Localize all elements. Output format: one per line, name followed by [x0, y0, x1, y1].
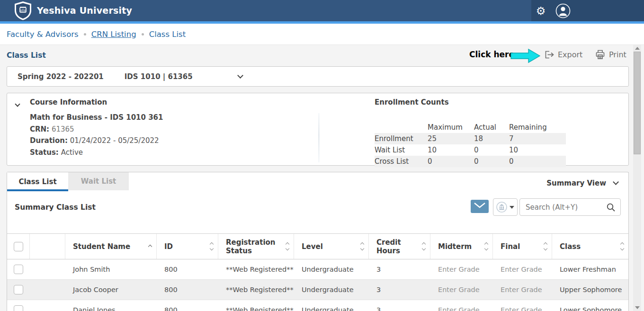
class-cell: Upper Sophomore: [552, 280, 628, 300]
sort-icon: [210, 243, 213, 250]
select-row-checkbox[interactable]: [14, 265, 23, 274]
view-selector-dropdown[interactable]: Summary View: [546, 179, 618, 187]
id-cell: 800: [157, 259, 218, 279]
course-details: Math for Business - IDS 1010 361 CRN: 61…: [30, 112, 163, 158]
term-value: Spring 2022 - 202201: [18, 72, 104, 81]
print-icon: [595, 49, 606, 60]
select-all-checkbox[interactable]: [14, 242, 23, 251]
column-id[interactable]: ID: [157, 234, 218, 259]
column-registration-status[interactable]: Registration Status: [218, 234, 294, 259]
bank-icon: [496, 202, 507, 213]
status-value: Active: [61, 148, 83, 157]
app-header: Yeshiva University ⚙: [0, 0, 644, 21]
column-midterm[interactable]: Midterm: [430, 234, 493, 259]
class-list-table: Student Name ID Registration Status Leve…: [7, 233, 628, 311]
credit-hours-cell: 3: [369, 259, 430, 279]
enrollment-counts-table: Maximum Actual Remaining Enrollment 25 1…: [375, 122, 566, 167]
breadcrumb-separator-icon: [84, 33, 86, 36]
scroll-down-arrow-icon[interactable]: [633, 304, 641, 311]
wait-list-row: Wait List 10 0 10: [375, 144, 566, 156]
credit-hours-cell: 3: [369, 300, 430, 311]
course-value: IDS 1010 | 61365: [125, 72, 193, 81]
class-list-panel: Class List Wait List Summary View Summar…: [7, 172, 629, 311]
user-profile-icon[interactable]: [554, 0, 572, 21]
cohort-filter-dropdown[interactable]: [493, 198, 518, 216]
settings-gear-icon[interactable]: ⚙: [533, 0, 548, 21]
status-label: Status:: [30, 148, 59, 157]
column-student-name[interactable]: Student Name: [65, 234, 157, 259]
photo-cell: [30, 259, 65, 279]
student-name-cell: Jacob Cooper: [65, 280, 157, 300]
select-row-checkbox[interactable]: [14, 305, 23, 311]
course-title: Math for Business - IDS 1010 361: [30, 113, 163, 122]
sort-ascending-icon: [149, 245, 152, 248]
select-row-checkbox[interactable]: [14, 285, 23, 294]
final-grade-cell[interactable]: Enter Grade: [493, 280, 552, 300]
export-button[interactable]: Export: [544, 49, 582, 60]
tab-wait-list[interactable]: Wait List: [68, 172, 129, 190]
tab-class-list[interactable]: Class List: [7, 172, 68, 191]
midterm-grade-cell[interactable]: Enter Grade: [430, 300, 493, 311]
chevron-down-icon: [15, 101, 20, 107]
scroll-up-arrow-icon[interactable]: [633, 45, 641, 52]
level-cell: Undergraduate: [294, 300, 369, 311]
envelope-icon: [474, 202, 486, 211]
caret-down-icon: [510, 206, 514, 209]
column-final[interactable]: Final: [493, 234, 552, 259]
export-icon: [544, 49, 555, 60]
duration-label: Duration:: [30, 136, 68, 145]
search-field[interactable]: [519, 198, 621, 216]
class-cell: Lower Freshman: [552, 259, 628, 279]
enrollment-counts-panel: Enrollment Counts Maximum Actual Remaini…: [375, 98, 566, 167]
chevron-down-icon: [613, 179, 619, 185]
vertical-scrollbar[interactable]: [633, 45, 641, 311]
registration-status-cell: **Web Registered**: [218, 259, 294, 279]
print-button[interactable]: Print: [595, 49, 626, 60]
crn-value: 61365: [52, 125, 74, 133]
registration-status-cell: **Web Registered**: [218, 280, 294, 300]
final-grade-cell[interactable]: Enter Grade: [493, 300, 552, 311]
column-class[interactable]: Class: [552, 234, 628, 259]
sort-icon: [621, 243, 624, 250]
level-cell: Undergraduate: [294, 280, 369, 300]
table-row: John Smith 800 **Web Registered** Underg…: [7, 259, 628, 280]
summary-class-list-title: Summary Class List: [15, 203, 96, 212]
breadcrumb-crn-listing[interactable]: CRN Listing: [91, 30, 136, 39]
breadcrumb: Faculty & Advisors CRN Listing Class Lis…: [0, 24, 644, 45]
photo-cell: [30, 280, 65, 300]
duration-value: 01/24/2022 - 05/25/2022: [70, 136, 159, 145]
collapse-section-button[interactable]: [16, 99, 19, 108]
final-grade-cell[interactable]: Enter Grade: [493, 259, 552, 279]
scrollbar-thumb[interactable]: [634, 52, 641, 154]
university-logo-icon: [13, 1, 33, 20]
course-information-panel: Course Information Math for Business - I…: [7, 93, 629, 166]
table-header-row: Student Name ID Registration Status Leve…: [7, 233, 628, 259]
midterm-grade-cell[interactable]: Enter Grade: [430, 280, 493, 300]
search-icon: [606, 203, 616, 212]
registration-status-cell: **Web Registered**: [218, 300, 294, 311]
search-input[interactable]: [526, 203, 606, 212]
sort-icon: [361, 243, 364, 250]
column-level[interactable]: Level: [294, 234, 369, 259]
term-course-selector[interactable]: Spring 2022 - 202201 IDS 1010 | 61365: [7, 66, 629, 87]
email-students-button[interactable]: [471, 200, 489, 213]
crn-label: CRN:: [30, 125, 49, 133]
table-row: Daniel Jones 800 **Web Registered** Unde…: [7, 300, 628, 311]
student-name-cell: John Smith: [65, 259, 157, 279]
column-photo: [30, 234, 65, 259]
cross-list-row: Cross List 0 0 0: [375, 156, 566, 167]
student-name-cell: Daniel Jones: [65, 300, 157, 311]
breadcrumb-faculty-advisors[interactable]: Faculty & Advisors: [7, 30, 79, 39]
column-credit-hours[interactable]: Credit Hours: [369, 234, 430, 259]
page-title: Class List: [7, 51, 46, 60]
breadcrumb-class-list[interactable]: Class List: [149, 30, 186, 39]
enrollment-counts-title: Enrollment Counts: [375, 98, 566, 107]
photo-cell: [30, 300, 65, 311]
click-here-annotation: Click here: [469, 50, 514, 59]
sort-icon: [544, 243, 547, 250]
level-cell: Undergraduate: [294, 259, 369, 279]
id-cell: 800: [157, 300, 218, 311]
sort-icon: [485, 243, 488, 250]
midterm-grade-cell[interactable]: Enter Grade: [430, 259, 493, 279]
id-cell: 800: [157, 280, 218, 300]
